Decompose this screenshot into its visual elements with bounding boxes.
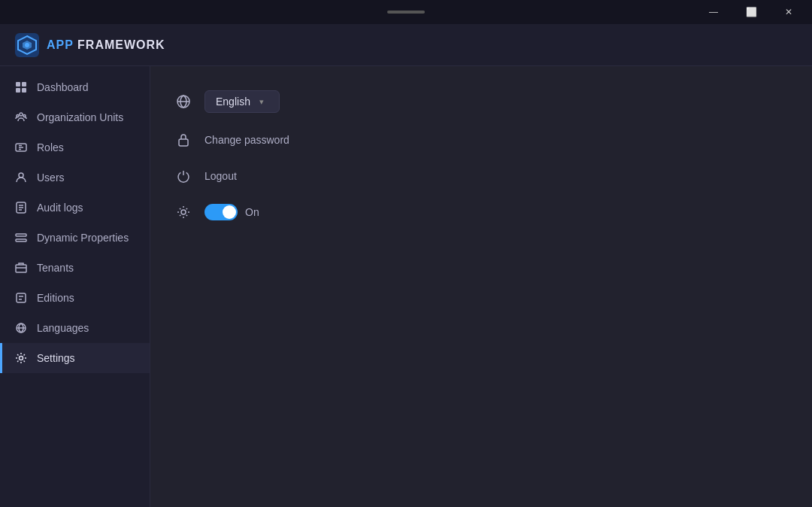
sidebar-item-organization-units[interactable]: Organization Units [0, 102, 150, 132]
sidebar-label-editions: Editions [37, 292, 74, 304]
sidebar-label-tenants: Tenants [37, 262, 74, 274]
svg-point-1 [25, 43, 29, 47]
sidebar-label-roles: Roles [37, 141, 64, 153]
language-dropdown[interactable]: English ▾ [205, 90, 280, 113]
sidebar-item-dynamic-properties[interactable]: Dynamic Properties [0, 223, 150, 253]
svg-rect-19 [179, 139, 188, 146]
sidebar-item-dashboard[interactable]: Dashboard [0, 72, 150, 102]
lock-icon [174, 131, 192, 149]
app-logo: APP FRAMEWORK [15, 33, 165, 57]
languages-icon [14, 321, 28, 335]
language-row: English ▾ [174, 84, 788, 119]
sidebar-label-users: Users [37, 172, 65, 184]
power-icon [174, 167, 192, 185]
chevron-down-icon: ▾ [259, 97, 264, 107]
sidebar-item-audit-logs[interactable]: Audit logs [0, 193, 150, 223]
title-bar-center [387, 11, 425, 14]
svg-rect-14 [16, 265, 26, 272]
app-name-prefix: APP [47, 38, 74, 51]
editions-icon [14, 291, 28, 305]
logout-link[interactable]: Logout [205, 170, 237, 182]
svg-rect-5 [22, 88, 26, 93]
audit-icon [14, 201, 28, 214]
users-icon [14, 171, 28, 184]
sidebar-label-org-units: Organization Units [37, 111, 123, 123]
sidebar-item-tenants[interactable]: Tenants [0, 253, 150, 283]
svg-point-10 [19, 173, 23, 178]
sidebar-item-roles[interactable]: Roles [0, 132, 150, 162]
org-icon [14, 111, 28, 124]
sidebar-label-dynamic-properties: Dynamic Properties [37, 232, 129, 244]
roles-icon [14, 141, 28, 154]
dynamic-icon [14, 231, 28, 244]
sidebar-label-languages: Languages [37, 322, 89, 334]
toggle-row: On [174, 197, 788, 227]
sidebar-label-dashboard: Dashboard [37, 81, 89, 93]
settings-content: English ▾ Change password Logout [150, 66, 812, 507]
change-password-link[interactable]: Change password [205, 134, 289, 146]
app-title: APP FRAMEWORK [47, 38, 165, 52]
sidebar-item-users[interactable]: Users [0, 162, 150, 193]
tenants-icon [14, 261, 28, 275]
svg-point-7 [17, 115, 19, 117]
title-bar: — ⬜ ✕ [0, 0, 812, 24]
sidebar-label-settings: Settings [37, 352, 75, 364]
restore-button[interactable]: ⬜ [734, 1, 768, 23]
svg-point-17 [20, 357, 23, 360]
svg-point-20 [181, 210, 186, 214]
svg-rect-12 [16, 234, 26, 236]
dashboard-icon [14, 80, 28, 94]
svg-rect-2 [16, 82, 20, 87]
settings-icon [14, 351, 28, 365]
app-header: APP FRAMEWORK [0, 24, 812, 66]
change-password-row: Change password [174, 125, 788, 155]
svg-point-6 [20, 113, 23, 116]
svg-rect-15 [17, 293, 26, 302]
main-area: Dashboard Organization Units Roles Users [0, 66, 812, 507]
globe-icon [174, 93, 192, 111]
logo-icon [15, 33, 39, 57]
sidebar-item-languages[interactable]: Languages [0, 313, 150, 343]
toggle-state-label: On [245, 206, 259, 218]
app-name-suffix: FRAMEWORK [77, 38, 165, 51]
sidebar-item-settings[interactable]: Settings [0, 343, 150, 373]
svg-rect-13 [16, 239, 26, 241]
sidebar-label-audit-logs: Audit logs [37, 202, 83, 214]
sidebar: Dashboard Organization Units Roles Users [0, 66, 150, 507]
theme-toggle-container: On [205, 204, 259, 220]
svg-rect-4 [16, 88, 20, 93]
logout-row: Logout [174, 161, 788, 191]
theme-icon [174, 203, 192, 221]
language-selected: English [216, 96, 250, 108]
theme-toggle[interactable] [205, 204, 238, 220]
svg-rect-3 [22, 82, 26, 87]
minimize-button[interactable]: — [696, 1, 731, 23]
svg-point-8 [23, 115, 26, 117]
sidebar-item-editions[interactable]: Editions [0, 283, 150, 313]
close-button[interactable]: ✕ [771, 1, 806, 23]
